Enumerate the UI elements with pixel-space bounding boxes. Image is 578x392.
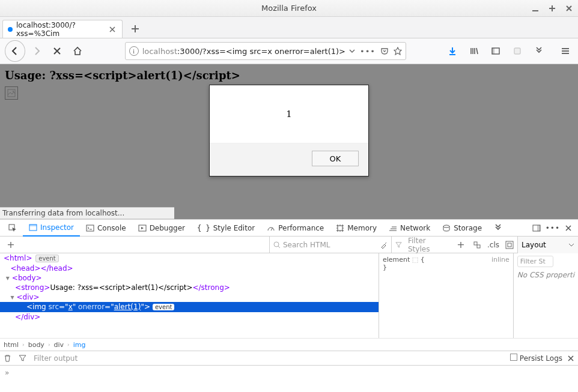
extension-icon[interactable]: [510, 43, 525, 59]
alert-ok-button[interactable]: OK: [312, 151, 359, 166]
toolbar-right: [445, 43, 573, 59]
tab-title: localhost:3000/?xss=%3Cim: [16, 21, 105, 38]
forward-button[interactable]: [28, 41, 46, 61]
close-button[interactable]: [565, 4, 573, 13]
tab-console[interactable]: Console: [80, 220, 132, 237]
window-controls: [531, 0, 573, 17]
filter-icon: [395, 241, 402, 248]
devtools-tabs-overflow-icon[interactable]: [488, 220, 508, 237]
svg-rect-16: [87, 225, 94, 231]
menu-icon[interactable]: [558, 43, 573, 59]
devtools-panes: <html> event <head></head> ▾<body> <stro…: [0, 253, 578, 338]
pseudo-classes-icon[interactable]: [473, 241, 481, 249]
svg-rect-4: [132, 28, 139, 29]
stop-button[interactable]: [48, 41, 66, 61]
dom-tree[interactable]: <html> event <head></head> ▾<body> <stro…: [0, 253, 379, 338]
maximize-button[interactable]: [548, 4, 556, 13]
overflow-icon[interactable]: [531, 43, 547, 59]
navbar: i localhost:3000/?xss=<img src=x onerror…: [0, 38, 578, 64]
console-prompt[interactable]: »: [0, 366, 578, 380]
usage-heading: Usage: ?xss=<script>alert(1)</script>: [0, 64, 578, 86]
tab-memory[interactable]: Memory: [330, 220, 383, 237]
window-title: Mozilla Firefox: [261, 4, 317, 13]
trash-icon[interactable]: [4, 354, 11, 362]
devtools: Inspector Console Debugger { } Style Edi…: [0, 219, 578, 380]
devtools-picker-icon[interactable]: [2, 220, 23, 237]
svg-rect-11: [8, 89, 15, 97]
tab-performance[interactable]: Performance: [261, 220, 330, 237]
library-icon[interactable]: [466, 43, 482, 59]
tab-strip: localhost:3000/?xss=%3Cim: [0, 17, 578, 38]
svg-point-19: [443, 225, 449, 228]
address-bar-container: i localhost:3000/?xss=<img src=x onerror…: [125, 42, 406, 60]
svg-rect-23: [474, 242, 477, 245]
svg-rect-21: [537, 225, 540, 231]
dropdown-icon[interactable]: [349, 48, 355, 54]
tab-inspector[interactable]: Inspector: [23, 220, 80, 237]
devtools-meatball-icon[interactable]: •••: [546, 224, 560, 232]
downloads-icon[interactable]: [445, 43, 460, 59]
search-html[interactable]: Search HTML: [269, 237, 392, 253]
svg-rect-26: [508, 243, 511, 247]
svg-rect-25: [506, 241, 513, 249]
pocket-icon[interactable]: [380, 47, 389, 55]
filter-icon[interactable]: [19, 354, 26, 362]
svg-rect-15: [29, 225, 37, 226]
home-button[interactable]: [68, 41, 87, 61]
bookmark-star-icon[interactable]: [394, 47, 402, 55]
chevron-down-icon: [568, 242, 574, 248]
filter-styles-input[interactable]: Filter Styles: [408, 237, 449, 253]
site-info-icon[interactable]: i: [129, 46, 139, 56]
svg-rect-18: [338, 226, 342, 231]
computed-filter-input[interactable]: Filter St: [517, 256, 553, 267]
svg-rect-2: [549, 8, 555, 9]
add-rule-button[interactable]: +: [455, 239, 467, 251]
tab-close-button[interactable]: [108, 24, 117, 35]
back-button[interactable]: [5, 40, 25, 62]
page-actions-icon[interactable]: •••: [360, 47, 376, 56]
url-text: localhost:3000/?xss=<img src=x onerror=a…: [142, 47, 345, 56]
devtools-tabs: Inspector Console Debugger { } Style Edi…: [0, 220, 578, 237]
svg-rect-9: [562, 50, 569, 52]
svg-point-12: [13, 91, 14, 92]
inspector-toolbar: + Search HTML Filter Styles + .cls Layou…: [0, 237, 578, 253]
alert-button-row: OK: [210, 143, 368, 176]
boxmodel-icon[interactable]: [505, 241, 514, 249]
broken-image-icon: [5, 86, 18, 100]
breadcrumb[interactable]: html› body› div› img: [0, 338, 578, 351]
new-tab-button[interactable]: [126, 20, 144, 38]
console-filter-bar: Filter output Persist Logs: [0, 351, 578, 366]
devtools-close-icon[interactable]: [565, 225, 572, 232]
cls-toggle[interactable]: .cls: [487, 241, 499, 249]
svg-rect-24: [477, 245, 480, 248]
console-close-icon[interactable]: [567, 355, 574, 362]
console-filter-input[interactable]: Filter output: [34, 354, 503, 363]
tab-debugger[interactable]: Debugger: [132, 220, 191, 237]
alert-dialog: 1 OK: [209, 85, 369, 176]
no-css-text: No CSS properti: [517, 271, 574, 279]
svg-rect-8: [562, 48, 569, 49]
add-element-button[interactable]: +: [5, 239, 17, 251]
layout-tab[interactable]: Layout: [518, 237, 578, 253]
status-bar: Transferring data from localhost...: [0, 207, 174, 219]
tab-style-editor[interactable]: { } Style Editor: [191, 220, 261, 237]
sidebar-icon[interactable]: [488, 43, 503, 59]
dom-selected-node[interactable]: <img src="x" onerror="alert(1)">event: [0, 302, 379, 312]
minimize-button[interactable]: [531, 4, 540, 13]
computed-pane[interactable]: Filter St No CSS properti: [513, 253, 578, 338]
svg-rect-6: [492, 48, 494, 54]
address-bar[interactable]: i localhost:3000/?xss=<img src=x onerror…: [125, 42, 406, 60]
devtools-dock-icon[interactable]: [532, 224, 541, 232]
tab-storage[interactable]: Storage: [436, 220, 488, 237]
alert-message: 1: [210, 85, 368, 143]
tab-active[interactable]: localhost:3000/?xss=%3Cim: [2, 20, 123, 38]
persist-logs-checkbox[interactable]: Persist Logs: [510, 354, 562, 363]
rules-pane[interactable]: element ⬚ {inline }: [379, 253, 513, 338]
status-text: Transferring data from localhost...: [2, 209, 124, 217]
styles-toolbar: Filter Styles + .cls: [392, 237, 518, 253]
svg-rect-7: [514, 48, 520, 54]
address-right-icons: •••: [349, 47, 402, 56]
tab-network[interactable]: Network: [383, 220, 436, 237]
svg-rect-0: [532, 10, 538, 11]
eyedropper-icon[interactable]: [380, 241, 388, 249]
